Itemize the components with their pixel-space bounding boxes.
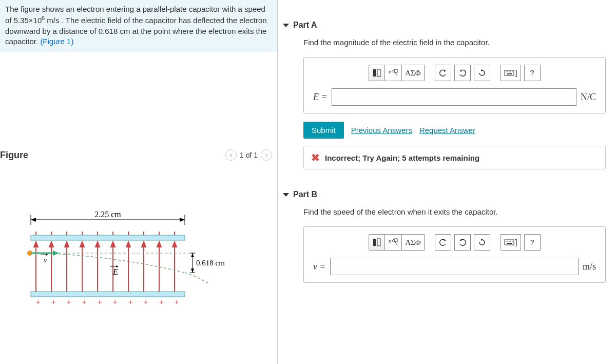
redo-button-b[interactable] (454, 234, 471, 251)
svg-text:x: x (388, 69, 391, 74)
figure-diagram: 2.25 cm ++++++++++ (0, 207, 277, 310)
reset-button-b[interactable] (474, 234, 490, 251)
svg-point-90 (512, 241, 513, 242)
svg-text:+: + (175, 298, 179, 306)
e-label: E (112, 267, 119, 277)
svg-rect-60 (373, 69, 376, 76)
greek-tool-button-b[interactable]: ΑΣΦ (401, 234, 425, 251)
svg-rect-91 (507, 243, 512, 244)
svg-point-86 (506, 241, 507, 242)
svg-rect-76 (373, 239, 376, 246)
partA-prompt: Find the magnitude of the electric field… (303, 38, 606, 47)
svg-marker-66 (444, 70, 446, 72)
svg-point-70 (506, 71, 507, 72)
svg-rect-75 (507, 73, 512, 74)
problem-statement: The figure shows an electron entering a … (0, 0, 277, 52)
svg-marker-40 (126, 242, 130, 247)
partA-units: N/C (581, 92, 596, 103)
svg-marker-44 (157, 242, 161, 247)
redo-button[interactable] (454, 65, 471, 81)
svg-marker-34 (80, 242, 84, 247)
figure-counter: 1 of 1 (240, 151, 258, 159)
svg-point-72 (509, 71, 510, 72)
svg-text:+: + (82, 298, 86, 306)
svg-marker-84 (481, 239, 483, 241)
partB-eq-label: v = (313, 261, 326, 272)
svg-text:+: + (113, 298, 117, 306)
svg-marker-83 (459, 239, 461, 241)
figure-next-button[interactable]: › (261, 149, 272, 161)
svg-rect-61 (377, 69, 380, 76)
svg-rect-5 (31, 235, 185, 240)
svg-rect-69 (505, 70, 514, 75)
svg-text:a: a (392, 69, 394, 73)
svg-marker-32 (65, 242, 69, 247)
partA-submit-button[interactable]: Submit (303, 122, 344, 139)
v-label: v (44, 256, 47, 264)
keyboard-button-b[interactable]: ] (500, 234, 521, 251)
svg-marker-38 (111, 242, 115, 247)
partB-answer-input[interactable] (330, 258, 579, 275)
feedback-text: Incorrect; Try Again; 5 attempts remaini… (325, 154, 479, 162)
svg-marker-59 (191, 269, 194, 273)
svg-text:+: + (98, 298, 102, 306)
svg-text:+: + (128, 298, 132, 306)
svg-text:+: + (144, 298, 148, 306)
partA-feedback: ✖ Incorrect; Try Again; 5 attempts remai… (303, 146, 606, 169)
width-label: 2.25 cm (94, 210, 121, 219)
undo-button-b[interactable] (435, 234, 451, 251)
reset-button[interactable] (474, 65, 490, 81)
svg-point-73 (510, 71, 511, 72)
svg-line-64 (393, 70, 397, 76)
deflection-label: 0.618 cm (196, 259, 225, 267)
partB-title: Part B (293, 190, 317, 199)
partB-answer-box: xa ΑΣΦ ] ? v = (303, 226, 606, 283)
partA-answer-box: xa ΑΣΦ ] ? E = N/C (303, 57, 606, 113)
svg-rect-85 (505, 240, 514, 245)
svg-marker-30 (49, 242, 53, 247)
svg-marker-36 (95, 242, 100, 247)
fraction-tool-button-b[interactable]: xa (384, 234, 402, 251)
svg-marker-3 (31, 218, 36, 222)
greek-tool-button[interactable]: ΑΣΦ (401, 65, 425, 81)
svg-line-80 (393, 239, 397, 245)
partA-answer-input[interactable] (332, 88, 576, 106)
svg-marker-28 (34, 242, 38, 247)
svg-point-71 (507, 71, 508, 72)
undo-button[interactable] (435, 65, 451, 81)
figure-heading: Figure (0, 150, 28, 161)
svg-marker-68 (481, 69, 483, 71)
svg-marker-58 (191, 253, 194, 257)
svg-text:+: + (67, 298, 71, 306)
partB-collapse-toggle[interactable] (283, 193, 289, 197)
svg-text:x: x (388, 238, 391, 244)
svg-rect-16 (31, 292, 185, 297)
svg-text:a: a (392, 238, 394, 243)
svg-point-74 (512, 71, 513, 72)
svg-marker-4 (180, 218, 185, 222)
help-button-b[interactable]: ? (524, 234, 541, 251)
template-tool-button-b[interactable] (369, 234, 385, 251)
partB-units: m/s (583, 261, 596, 272)
svg-marker-82 (444, 239, 446, 241)
help-button[interactable]: ? (524, 65, 541, 81)
partA-title: Part A (293, 21, 317, 30)
figure-link[interactable]: (Figure 1) (40, 37, 73, 46)
svg-rect-77 (377, 239, 380, 246)
previous-answers-link[interactable]: Previous Answers (351, 126, 412, 135)
svg-text:+: + (51, 298, 55, 306)
incorrect-icon: ✖ (311, 151, 320, 164)
partA-collapse-toggle[interactable] (283, 24, 289, 27)
request-answer-link[interactable]: Request Answer (419, 126, 475, 135)
svg-text:+: + (36, 298, 40, 306)
keyboard-button[interactable]: ] (500, 65, 521, 81)
template-tool-button[interactable] (369, 65, 385, 81)
svg-point-88 (509, 241, 510, 242)
partB-prompt: Find the speed of the electron when it e… (303, 207, 606, 216)
svg-text:+: + (159, 298, 163, 306)
svg-marker-67 (459, 70, 461, 72)
figure-prev-button[interactable]: ‹ (225, 149, 237, 161)
partA-eq-label: E = (313, 92, 328, 103)
svg-marker-46 (172, 242, 177, 247)
fraction-tool-button[interactable]: xa (384, 65, 402, 81)
